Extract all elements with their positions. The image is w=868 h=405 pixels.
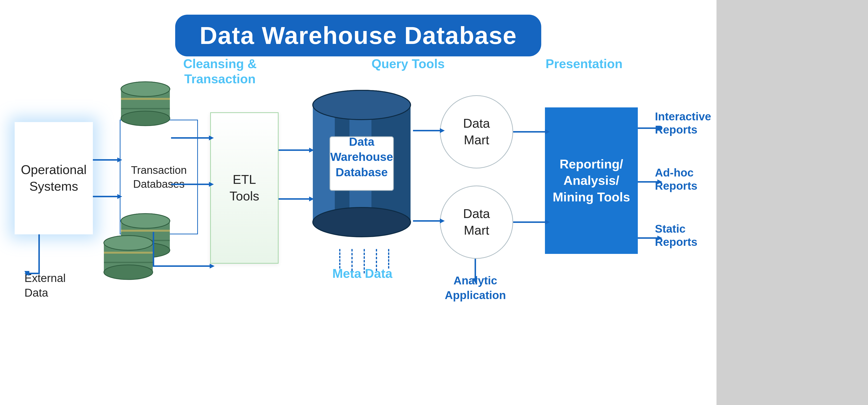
interactive-reports-label: InteractiveReports xyxy=(655,110,711,136)
svg-marker-35 xyxy=(309,148,314,153)
arrow-ops-to-txdb-top xyxy=(93,156,122,164)
metadata-label: Meta Data xyxy=(332,266,393,281)
svg-marker-45 xyxy=(545,220,550,225)
data-mart-2-circle: DataMart xyxy=(440,185,513,259)
arrow-dm1-to-reporting xyxy=(513,128,550,135)
svg-point-23 xyxy=(313,90,410,120)
db-cylinder-3 xyxy=(103,234,154,283)
operational-systems-box: OperationalSystems xyxy=(15,122,93,234)
etl-tools-box: ETLTools xyxy=(210,112,279,264)
right-panel xyxy=(716,0,868,405)
dashed-5 xyxy=(388,249,389,269)
arrow-ops-to-txdb-bottom xyxy=(93,193,122,200)
data-mart-1-circle: DataMart xyxy=(440,95,513,168)
svg-marker-32 xyxy=(209,182,214,187)
svg-marker-51 xyxy=(657,179,662,184)
svg-point-22 xyxy=(313,207,410,237)
title-banner: Data Warehouse Database xyxy=(175,15,541,57)
arrow-dm2-to-reporting xyxy=(513,218,550,226)
svg-marker-41 xyxy=(440,218,445,223)
arrow-reporting-to-static xyxy=(638,234,662,242)
arrow-reporting-to-adhoc xyxy=(638,178,662,185)
svg-marker-39 xyxy=(440,128,445,133)
dashed-4 xyxy=(376,249,377,271)
arrow-etl-to-dw-bottom xyxy=(279,195,314,203)
svg-marker-33 xyxy=(210,264,215,269)
arrow-ops-to-external xyxy=(25,234,54,278)
db-cylinder-1 xyxy=(120,80,171,129)
dashed-2 xyxy=(351,249,352,271)
arrow-dw-to-dm2 xyxy=(413,217,445,225)
arrow-extdata-to-etl xyxy=(151,230,215,278)
svg-marker-28 xyxy=(117,194,122,199)
data-mart-2-text: DataMart xyxy=(463,206,490,238)
arrow-txdb-bottom-to-etl xyxy=(171,181,214,188)
presentation-label: Presentation xyxy=(537,56,630,71)
svg-marker-47 xyxy=(473,278,478,283)
reporting-tools-box: Reporting/Analysis/Mining Tools xyxy=(545,107,638,254)
arrow-dm2-to-analytic xyxy=(472,259,479,283)
svg-marker-37 xyxy=(309,197,314,201)
arrow-etl-to-dw-top xyxy=(279,146,314,154)
main-title: Data Warehouse Database xyxy=(200,22,517,49)
dw-database-text: DataWarehouseDatabase xyxy=(330,134,394,180)
svg-point-11 xyxy=(121,213,170,228)
svg-point-14 xyxy=(104,265,153,279)
etl-tools-text: ETLTools xyxy=(229,171,259,204)
svg-marker-49 xyxy=(657,126,662,131)
arrow-txdb-top-to-etl xyxy=(171,134,214,142)
svg-point-2 xyxy=(121,111,170,126)
reporting-tools-text: Reporting/Analysis/Mining Tools xyxy=(553,156,630,206)
svg-marker-30 xyxy=(209,135,214,140)
svg-marker-53 xyxy=(657,236,662,240)
arrow-reporting-to-interactive xyxy=(638,125,662,132)
query-tools-label: Query Tools xyxy=(362,56,455,71)
dashed-3 xyxy=(364,249,365,273)
arrow-dw-to-dm1 xyxy=(413,127,445,134)
cleansing-label: Cleansing &Transaction xyxy=(166,56,274,87)
dashed-1 xyxy=(339,249,340,269)
svg-marker-26 xyxy=(117,158,122,162)
main-content: Data Warehouse Database Cleansing &Trans… xyxy=(0,0,716,405)
svg-point-17 xyxy=(104,236,153,250)
operational-systems-text: OperationalSystems xyxy=(21,162,87,195)
svg-marker-43 xyxy=(545,129,550,134)
data-mart-1-text: DataMart xyxy=(463,115,490,148)
svg-point-5 xyxy=(121,82,170,96)
